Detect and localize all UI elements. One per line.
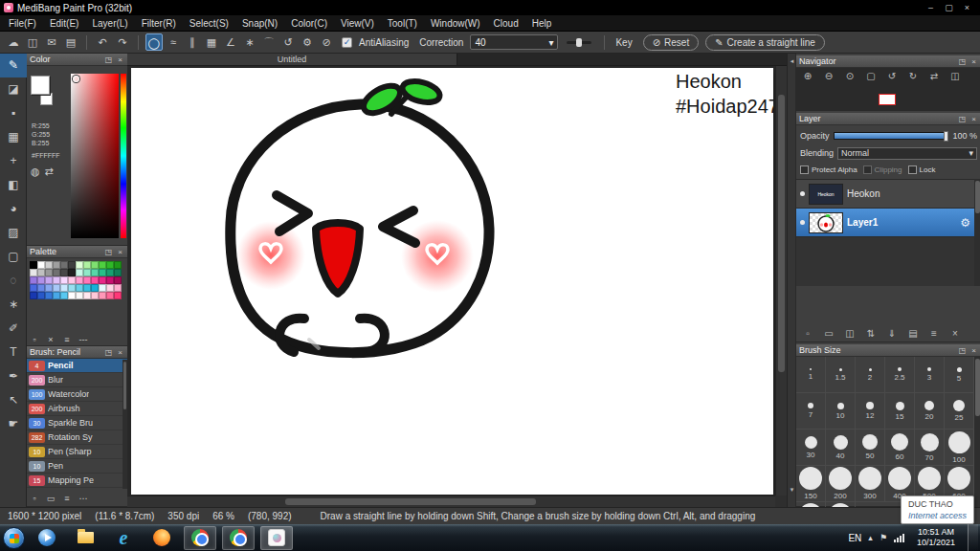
palette-swatch[interactable] bbox=[53, 269, 60, 276]
popout-icon[interactable]: ◳ bbox=[104, 55, 113, 64]
palette-swatch[interactable] bbox=[30, 276, 37, 284]
palette-swatch[interactable] bbox=[37, 261, 45, 269]
taskbar-internet-explorer[interactable]: e bbox=[107, 526, 140, 550]
transparent-color-icon[interactable]: ◍ bbox=[31, 165, 40, 178]
brush-menu-icon[interactable]: ≡ bbox=[62, 494, 72, 503]
undo-button[interactable]: ↶ bbox=[94, 33, 111, 51]
menu-item-cloud[interactable]: Cloud bbox=[487, 15, 525, 32]
toolbar-slider[interactable] bbox=[567, 41, 591, 44]
gradient-tool[interactable]: ▨ bbox=[0, 221, 27, 245]
palette-swatch[interactable] bbox=[53, 284, 60, 292]
layer-row-heokon[interactable]: Heokon Heokon bbox=[796, 180, 974, 209]
straight-line-button[interactable]: ✎ Create a straight line bbox=[705, 34, 825, 51]
palette-more-icon[interactable]: --- bbox=[78, 335, 88, 344]
popout-icon[interactable]: ◳ bbox=[958, 346, 967, 355]
color-panel-header[interactable]: Color ◳ × bbox=[27, 54, 127, 66]
scrollbar-thumb[interactable] bbox=[778, 95, 785, 372]
brush-item-rotation-sy[interactable]: 282Rotation Sy bbox=[27, 430, 127, 445]
text-tool[interactable]: T bbox=[0, 341, 27, 364]
eraser-tool[interactable]: ◪ bbox=[0, 77, 27, 101]
popout-icon[interactable]: ◳ bbox=[958, 57, 967, 66]
palette-swatch[interactable] bbox=[99, 284, 106, 292]
close-icon[interactable]: × bbox=[969, 115, 978, 123]
layer-visibility-dot[interactable] bbox=[800, 191, 805, 196]
brush-size-1.5[interactable]: 1.5 bbox=[826, 357, 856, 393]
snap-vanishing-icon[interactable]: ∠ bbox=[222, 33, 239, 51]
brush-size-20[interactable]: 20 bbox=[915, 393, 945, 430]
palette-swatch[interactable] bbox=[53, 261, 60, 269]
palette-swatch[interactable] bbox=[91, 292, 99, 299]
redo-button[interactable]: ↷ bbox=[114, 33, 131, 51]
close-icon[interactable]: × bbox=[969, 346, 978, 355]
brush-size-5[interactable]: 5 bbox=[945, 357, 974, 393]
canvas-horizontal-scrollbar[interactable] bbox=[127, 496, 775, 507]
delete-layer-icon[interactable]: × bbox=[946, 326, 965, 341]
comment-icon[interactable]: ✉ bbox=[43, 33, 60, 51]
zoom-in-icon[interactable]: ⊕ bbox=[798, 69, 817, 83]
add-brush-icon[interactable]: ▫ bbox=[30, 494, 39, 503]
palette-swatch[interactable] bbox=[83, 284, 91, 292]
flip-icon[interactable]: ⇄ bbox=[924, 69, 944, 83]
navigator-panel-header[interactable]: Navigator ◳ × bbox=[796, 55, 980, 68]
palette-swatch[interactable] bbox=[83, 261, 91, 269]
palette-swatch[interactable] bbox=[106, 269, 114, 276]
brush-item-pen-sharp[interactable]: 10Pen (Sharp bbox=[27, 445, 127, 459]
merge-down-icon[interactable]: ⇓ bbox=[882, 326, 902, 341]
clipping-checkbox[interactable] bbox=[863, 165, 872, 174]
hand-tool[interactable]: ☛ bbox=[0, 412, 27, 436]
brush-size-150[interactable]: 150 bbox=[796, 466, 826, 502]
swap-colors-icon[interactable]: ⇄ bbox=[45, 165, 54, 178]
pattern-tool[interactable]: ▦ bbox=[0, 125, 27, 149]
palette-swatch[interactable] bbox=[53, 276, 60, 284]
fill-tool[interactable]: ◧ bbox=[0, 173, 27, 197]
layer-list-scrollbar[interactable] bbox=[974, 179, 980, 286]
correction-select[interactable]: 40 ▾ bbox=[470, 34, 558, 50]
palette-swatch[interactable] bbox=[45, 261, 53, 269]
palette-swatch[interactable] bbox=[76, 269, 83, 276]
palette-swatch[interactable] bbox=[68, 269, 76, 276]
close-icon[interactable]: × bbox=[116, 55, 124, 64]
palette-swatch[interactable] bbox=[99, 276, 106, 284]
menu-item-help[interactable]: Help bbox=[525, 15, 559, 32]
taskbar-browser-2[interactable] bbox=[222, 526, 255, 550]
palette-swatch[interactable] bbox=[106, 261, 114, 269]
brush-size-25[interactable]: 25 bbox=[945, 393, 974, 430]
palette-swatch[interactable] bbox=[76, 276, 83, 284]
document-icon[interactable]: ▤ bbox=[62, 33, 79, 51]
opacity-slider[interactable] bbox=[834, 132, 949, 140]
spread-view-icon[interactable]: ◫ bbox=[946, 69, 965, 83]
brush-size-60[interactable]: 60 bbox=[885, 430, 915, 466]
brush-size-3[interactable]: 3 bbox=[915, 357, 945, 393]
palette-menu-icon[interactable]: ≡ bbox=[62, 335, 72, 344]
protect-alpha-checkbox[interactable] bbox=[800, 165, 809, 174]
canvas-drawing[interactable]: Heokon #Hoidap247 bbox=[131, 68, 773, 495]
snap-grid-icon[interactable]: ▦ bbox=[203, 33, 220, 51]
clock[interactable]: 10:51 AM 10/1/2021 bbox=[917, 527, 955, 548]
menu-item-filter[interactable]: Filter(R) bbox=[135, 15, 183, 32]
palette-swatch[interactable] bbox=[30, 261, 37, 269]
menu-item-select[interactable]: Select(S) bbox=[183, 15, 235, 32]
white-canvas[interactable]: Heokon #Hoidap247 bbox=[131, 68, 773, 495]
menu-item-edit[interactable]: Edit(E) bbox=[43, 15, 86, 32]
brush-more-icon[interactable]: ⋯ bbox=[78, 494, 88, 503]
navigator-view-rectangle[interactable] bbox=[879, 94, 896, 105]
operation-tool[interactable]: ↖ bbox=[0, 388, 27, 412]
blending-select[interactable]: Normal ▾ bbox=[837, 147, 977, 160]
palette-swatch[interactable] bbox=[30, 284, 37, 292]
palette-swatch[interactable] bbox=[37, 292, 45, 299]
action-center-icon[interactable]: ⚑ bbox=[880, 533, 887, 542]
duplicate-layer-icon[interactable]: ◫ bbox=[840, 326, 859, 341]
document-tab-untitled[interactable]: Untitled bbox=[127, 54, 457, 65]
palette-swatch[interactable] bbox=[83, 292, 91, 299]
menu-item-snap[interactable]: Snap(N) bbox=[235, 15, 284, 32]
maximize-button[interactable]: ▢ bbox=[940, 2, 958, 14]
palette-swatch[interactable] bbox=[60, 269, 68, 276]
palette-swatch[interactable] bbox=[68, 284, 76, 292]
brush-size-100[interactable]: 100 bbox=[945, 430, 974, 466]
panel-layout-icon[interactable]: ◫ bbox=[24, 33, 41, 51]
taskbar-medibang[interactable] bbox=[260, 526, 293, 550]
palette-swatch[interactable] bbox=[30, 269, 37, 276]
brush-size-10[interactable]: 10 bbox=[826, 393, 856, 430]
layer-menu-icon[interactable]: ≡ bbox=[924, 326, 944, 341]
saturation-value-picker[interactable] bbox=[71, 74, 119, 238]
